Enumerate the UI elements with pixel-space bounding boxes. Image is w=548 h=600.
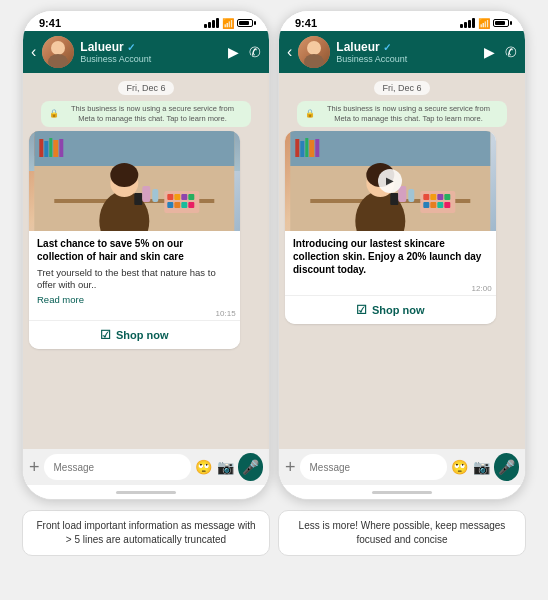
status-icons-right: 📶 [460, 18, 509, 29]
card-text-left: Tret yourseld to the best that nature ha… [37, 267, 232, 293]
lock-icon-right: 🔒 [305, 109, 315, 119]
chat-area-right: Fri, Dec 6 🔒 This business is now using … [279, 73, 525, 449]
status-bar-left: 9:41 📶 [23, 11, 269, 31]
time-left: 9:41 [39, 17, 61, 29]
svg-rect-7 [49, 138, 52, 157]
status-bar-right: 9:41 📶 [279, 11, 525, 31]
shop-now-button-right[interactable]: ☑ Shop now [285, 296, 496, 324]
status-icons-left: 📶 [204, 18, 253, 29]
svg-rect-8 [53, 140, 58, 157]
date-label-right: Fri, Dec 6 [374, 81, 429, 95]
wifi-icon-right: 📶 [478, 18, 490, 29]
card-body-right: Introducing our lastest skincare collect… [285, 231, 496, 284]
svg-rect-21 [174, 202, 180, 208]
video-call-icon[interactable]: ▶ [228, 44, 239, 60]
message-card-right: ▶ Introducing our lastest skincare colle… [285, 131, 496, 324]
svg-rect-17 [174, 194, 180, 200]
card-image-right: ▶ [285, 131, 496, 231]
captions-row: Front load important information as mess… [0, 506, 548, 564]
svg-rect-45 [444, 194, 450, 200]
svg-rect-16 [167, 194, 173, 200]
chat-header-right: ‹ Lalueur ✓ Business Account ▶ [279, 31, 525, 73]
chat-area-left: Fri, Dec 6 🔒 This business is now using … [23, 73, 269, 449]
svg-point-13 [110, 163, 138, 187]
header-info-left: Lalueur ✓ Business Account [80, 40, 222, 64]
svg-rect-18 [181, 194, 187, 200]
header-icons-right: ▶ ✆ [484, 44, 517, 60]
svg-rect-20 [167, 202, 173, 208]
input-bar-right: + 🙄 📷 🎤 [279, 449, 525, 485]
back-button-right[interactable]: ‹ [287, 43, 292, 61]
svg-rect-42 [423, 194, 429, 200]
svg-rect-25 [152, 189, 158, 202]
input-icons-left: 🙄 📷 [195, 459, 234, 475]
time-right: 9:41 [295, 17, 317, 29]
svg-rect-23 [188, 202, 194, 208]
phone-left: 9:41 📶 ‹ [22, 10, 270, 500]
svg-point-28 [309, 43, 319, 53]
play-button-right[interactable]: ▶ [378, 169, 402, 193]
signal-icon-right [460, 18, 475, 28]
shop-icon-left: ☑ [100, 328, 111, 342]
message-card-left: Last chance to save 5% on our collection… [29, 131, 240, 350]
svg-rect-43 [430, 194, 436, 200]
svg-rect-48 [437, 202, 443, 208]
card-image-left [29, 131, 240, 231]
card-title-right: Introducing our lastest skincare collect… [293, 237, 488, 276]
svg-rect-9 [59, 139, 63, 157]
date-label-left: Fri, Dec 6 [118, 81, 173, 95]
svg-rect-44 [437, 194, 443, 200]
camera-icon-right[interactable]: 📷 [473, 459, 490, 475]
battery-icon-right [493, 19, 509, 27]
business-subtitle-left: Business Account [80, 54, 222, 64]
camera-icon[interactable]: 📷 [217, 459, 234, 475]
svg-rect-47 [430, 202, 436, 208]
back-button-left[interactable]: ‹ [31, 43, 36, 61]
video-call-icon-right[interactable]: ▶ [484, 44, 495, 60]
sticker-icon[interactable]: 🙄 [195, 459, 212, 475]
read-more-link[interactable]: Read more [37, 294, 232, 305]
add-button-left[interactable]: + [29, 457, 40, 478]
svg-rect-34 [309, 140, 314, 157]
add-button-right[interactable]: + [285, 457, 296, 478]
header-icons-left: ▶ ✆ [228, 44, 261, 60]
input-bar-left: + 🙄 📷 🎤 [23, 449, 269, 485]
svg-rect-19 [188, 194, 194, 200]
home-indicator-right [279, 485, 525, 499]
card-title-left: Last chance to save 5% on our collection… [37, 237, 232, 263]
input-icons-right: 🙄 📷 [451, 459, 490, 475]
mic-button-right[interactable]: 🎤 [494, 453, 519, 481]
signal-icon [204, 18, 219, 28]
svg-point-27 [304, 54, 324, 68]
shop-now-button-left[interactable]: ☑ Shop now [29, 321, 240, 349]
svg-rect-22 [181, 202, 187, 208]
message-input-right[interactable] [300, 454, 447, 480]
svg-rect-32 [300, 141, 304, 157]
header-info-right: Lalueur ✓ Business Account [336, 40, 478, 64]
mic-button-left[interactable]: 🎤 [238, 453, 263, 481]
secure-notice-left[interactable]: 🔒 This business is now using a secure se… [41, 101, 252, 127]
verified-badge-left: ✓ [127, 42, 135, 53]
sticker-icon-right[interactable]: 🙄 [451, 459, 468, 475]
caption-right: Less is more! Where possible, keep messa… [278, 510, 526, 556]
svg-rect-24 [142, 186, 150, 202]
message-input-left[interactable] [44, 454, 191, 480]
phone-call-icon-right[interactable]: ✆ [505, 44, 517, 60]
svg-rect-30 [290, 131, 490, 166]
home-indicator-left [23, 485, 269, 499]
svg-rect-31 [295, 139, 299, 157]
verified-badge-right: ✓ [383, 42, 391, 53]
svg-rect-6 [44, 141, 48, 157]
svg-rect-35 [315, 139, 319, 157]
business-subtitle-right: Business Account [336, 54, 478, 64]
timestamp-left: 10:15 [29, 309, 240, 318]
secure-notice-right[interactable]: 🔒 This business is now using a secure se… [297, 101, 508, 127]
svg-point-2 [53, 43, 63, 53]
caption-left: Front load important information as mess… [22, 510, 270, 556]
phone-right: 9:41 📶 ‹ [278, 10, 526, 500]
lock-icon: 🔒 [49, 109, 59, 119]
svg-rect-5 [39, 139, 43, 157]
product-image-left [29, 131, 240, 231]
phone-call-icon[interactable]: ✆ [249, 44, 261, 60]
avatar-left [42, 36, 74, 68]
